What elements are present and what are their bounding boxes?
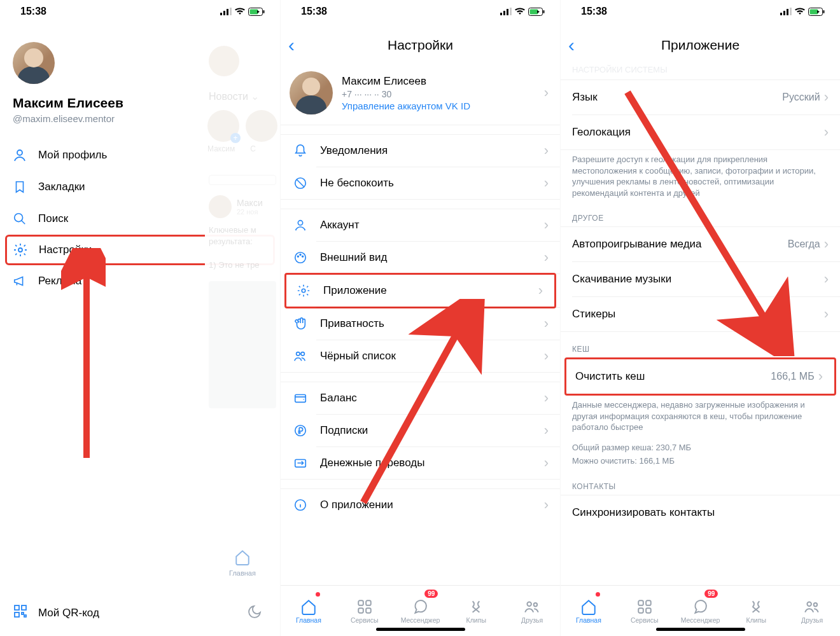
status-bar: 15:38 <box>281 0 560 23</box>
svg-rect-44 <box>783 11 785 15</box>
svg-point-8 <box>15 214 23 222</box>
tab-home[interactable]: Главная <box>561 586 617 636</box>
back-button[interactable]: ‹ <box>568 36 575 55</box>
svg-rect-11 <box>22 605 26 610</box>
svg-point-33 <box>295 425 306 436</box>
item-label: Аккаунт <box>320 219 533 232</box>
setting-stickers[interactable]: Стикеры › <box>561 297 840 331</box>
qr-row: Мой QR-код <box>0 604 280 622</box>
qr-button[interactable]: Мой QR-код <box>13 604 99 622</box>
cache-description: Данные мессенджера, недавно загруженные … <box>561 396 840 436</box>
gear-icon <box>12 242 29 258</box>
settings-item-about[interactable]: О приложении › <box>281 489 560 521</box>
chevron-right-icon: › <box>544 315 554 332</box>
setting-geolocation[interactable]: Геолокация › <box>561 115 840 149</box>
item-label: Очистить кеш <box>575 370 645 383</box>
svg-point-27 <box>300 254 301 256</box>
item-label: Баланс <box>320 392 533 404</box>
avatar <box>290 71 333 114</box>
setting-language[interactable]: Язык Русский› <box>561 80 840 114</box>
settings-item-app[interactable]: Приложение › <box>286 275 554 307</box>
svg-rect-2 <box>227 9 228 15</box>
qr-icon <box>13 604 28 622</box>
screen-sidebar: 15:38 Максим Елисеев @maxim.eliseev.ment… <box>0 0 280 636</box>
vkid-link[interactable]: Управление аккаунтом VK ID <box>342 100 535 111</box>
svg-point-29 <box>302 289 305 293</box>
item-label: Денежные переводы <box>320 457 533 469</box>
theme-toggle[interactable] <box>247 604 262 622</box>
chevron-right-icon: › <box>544 390 554 406</box>
chevron-right-icon: › <box>824 306 834 322</box>
item-label: Приложение <box>323 284 527 297</box>
tab-friends[interactable]: Друзья <box>784 586 840 636</box>
settings-item-balance[interactable]: Баланс › <box>281 382 560 414</box>
svg-rect-38 <box>358 608 363 613</box>
item-label: Язык <box>572 91 598 104</box>
chevron-right-icon: › <box>544 348 554 364</box>
svg-rect-50 <box>638 600 643 605</box>
avatar[interactable] <box>13 42 55 84</box>
svg-rect-0 <box>220 13 222 15</box>
svg-rect-51 <box>646 600 651 605</box>
group-label-cutoff: НАСТРОЙКИ СИСТЕМЫ <box>561 61 840 74</box>
megaphone-icon <box>11 273 28 289</box>
tab-home[interactable]: Главная <box>281 586 337 636</box>
svg-point-40 <box>527 602 531 606</box>
svg-point-55 <box>814 603 817 606</box>
search-icon <box>11 211 28 227</box>
chevron-right-icon: › <box>818 368 828 385</box>
item-label: Не беспокоить <box>320 177 533 190</box>
chevron-right-icon: › <box>544 455 554 471</box>
group-label-contacts: КОНТАКТЫ <box>561 469 840 495</box>
status-bar: 15:38 <box>561 0 840 23</box>
svg-point-7 <box>17 150 22 155</box>
user-icon <box>292 217 309 233</box>
setting-sync-contacts[interactable]: Синхронизировать контакты › <box>561 495 840 530</box>
settings-item-notifications[interactable]: Уведомления › <box>281 135 560 167</box>
settings-item-appearance[interactable]: Внешний вид › <box>281 242 560 273</box>
settings-item-blacklist[interactable]: Чёрный список › <box>281 340 560 372</box>
setting-music[interactable]: Скачивание музыки › <box>561 262 840 296</box>
screen-app-settings: 15:38 ‹ Приложение НАСТРОЙКИ СИСТЕМЫ Язы… <box>560 0 840 636</box>
settings-item-dnd[interactable]: Не беспокоить › <box>281 167 560 199</box>
svg-rect-14 <box>24 615 26 617</box>
svg-rect-43 <box>780 13 782 15</box>
svg-rect-22 <box>543 10 545 13</box>
sidebar-item-label: Реклама <box>38 275 81 287</box>
gear-icon <box>295 282 312 299</box>
tab-friends[interactable]: Друзья <box>504 586 560 636</box>
ruble-icon <box>292 422 309 439</box>
svg-rect-16 <box>500 13 502 15</box>
transfer-icon <box>292 455 309 471</box>
tab-bar: Главная Сервисы 99Мессенджер Клипы Друзь… <box>561 585 840 636</box>
item-label: Автопроигрывание медиа <box>572 238 702 251</box>
status-icons <box>220 8 265 16</box>
settings-item-privacy[interactable]: Приватность › <box>281 308 560 340</box>
svg-rect-17 <box>503 11 505 15</box>
dnd-icon <box>292 175 309 191</box>
group-label-cache: КЕШ <box>561 332 840 357</box>
svg-rect-13 <box>22 612 24 614</box>
home-indicator <box>656 628 745 631</box>
setting-clear-cache[interactable]: Очистить кеш 166,1 МБ› <box>566 359 834 394</box>
settings-item-subscriptions[interactable]: Подписки › <box>281 415 560 446</box>
settings-item-transfers[interactable]: Денежные переводы › <box>281 447 560 479</box>
back-button[interactable]: ‹ <box>288 36 295 55</box>
header: ‹ Приложение <box>561 29 840 61</box>
cache-clearable: Можно очистить: 166,1 МБ <box>561 455 840 469</box>
setting-autoplay[interactable]: Автопроигрывание медиа Всегда› <box>561 227 840 261</box>
settings-profile-row[interactable]: Максим Елисеев +7 ··· ··· ·· 30 Управлен… <box>281 61 560 125</box>
page-title: Настройки <box>388 38 453 53</box>
svg-rect-6 <box>263 10 265 13</box>
svg-point-24 <box>298 221 302 225</box>
sidebar-item-label: Поиск <box>38 212 68 225</box>
item-label: Приватность <box>320 317 533 330</box>
chevron-right-icon: › <box>544 497 554 513</box>
settings-item-account[interactable]: Аккаунт › <box>281 209 560 241</box>
hand-icon <box>292 315 309 332</box>
bell-icon <box>292 142 309 159</box>
info-icon <box>292 497 309 513</box>
item-value: 166,1 МБ <box>771 371 814 382</box>
svg-rect-1 <box>223 11 225 15</box>
item-label: Подписки <box>320 424 533 437</box>
